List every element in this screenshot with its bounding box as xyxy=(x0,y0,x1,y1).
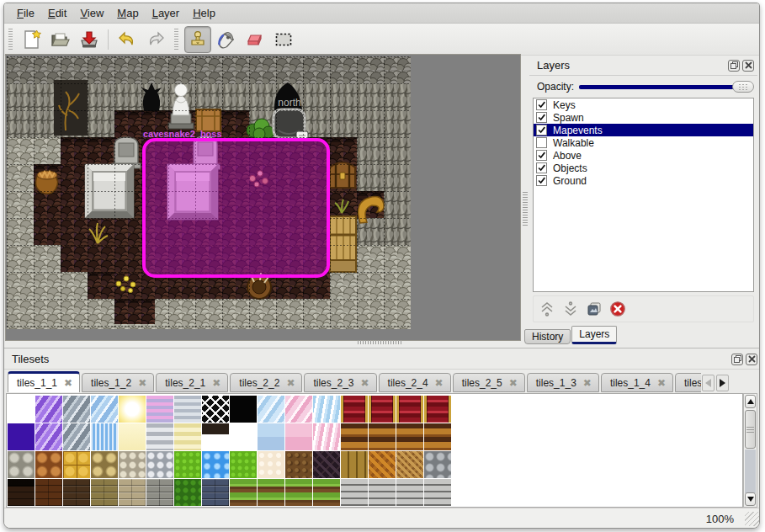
tileset-tab-tiles_2_2[interactable]: tiles_2_2✖ xyxy=(230,373,302,392)
tile-crystal-gray[interactable] xyxy=(63,396,90,423)
tile-column-red[interactable] xyxy=(396,396,423,423)
tile-crystal-purple[interactable] xyxy=(35,423,62,450)
tab-history[interactable]: History xyxy=(524,329,571,344)
tab-close-icon[interactable]: ✖ xyxy=(657,377,666,389)
tile-planks-brown[interactable] xyxy=(341,423,368,450)
layer-row-spawn[interactable]: Spawn xyxy=(534,111,753,124)
lower-layer-button[interactable] xyxy=(560,298,582,320)
tile-crystal-blue[interactable] xyxy=(91,396,118,423)
tile-column-red[interactable] xyxy=(424,396,451,423)
tile-wall-darkbrick[interactable] xyxy=(63,479,90,506)
layer-row-above[interactable]: Above xyxy=(534,149,753,162)
layer-row-keys[interactable]: Keys xyxy=(534,98,753,111)
tile-crops[interactable] xyxy=(258,479,284,506)
map-viewport[interactable]: north cavesnake2_boss xyxy=(5,54,521,341)
tile-water-shimmer[interactable] xyxy=(91,423,118,450)
tile-lattice[interactable] xyxy=(202,396,229,423)
tileset-tab-tiles_1_1[interactable]: tiles_1_1✖ xyxy=(8,371,80,393)
tile-flag-tan[interactable] xyxy=(91,451,118,478)
layer-row-ground[interactable]: Ground xyxy=(534,174,753,187)
tile-column-red[interactable] xyxy=(341,396,368,423)
tile-crops[interactable] xyxy=(230,479,257,506)
tab-close-icon[interactable]: ✖ xyxy=(64,377,72,389)
undo-button[interactable] xyxy=(114,26,141,53)
menu-edit[interactable]: Edit xyxy=(41,4,73,22)
tile-waves-blue[interactable] xyxy=(313,396,340,423)
fill-tool-button[interactable] xyxy=(213,26,240,53)
layer-row-objects[interactable]: Objects xyxy=(534,162,753,174)
tab-close-icon[interactable]: ✖ xyxy=(583,377,592,389)
tile-weave-orange[interactable] xyxy=(369,451,396,478)
tile-glass-pink2[interactable] xyxy=(285,423,312,450)
tile-grass-green[interactable] xyxy=(230,451,257,478)
menu-layer[interactable]: Layer xyxy=(146,4,187,22)
tile-yellow-stripes[interactable] xyxy=(174,423,201,450)
delete-layer-button[interactable] xyxy=(607,298,629,320)
tile-stripes-blue[interactable] xyxy=(174,396,201,423)
opacity-slider-handle[interactable] xyxy=(732,81,754,93)
tile-grass-green[interactable] xyxy=(174,451,201,478)
layer-row-mapevents[interactable]: Mapevents xyxy=(534,124,753,136)
layer-checkbox[interactable] xyxy=(536,175,547,186)
tile-herringbone[interactable] xyxy=(396,451,423,478)
duplicate-layer-button[interactable] xyxy=(583,298,605,320)
layers-close-button[interactable] xyxy=(742,60,754,72)
tab-scroll-right-button[interactable] xyxy=(716,375,729,391)
vertical-splitter[interactable] xyxy=(523,192,528,226)
tile-hedge-green[interactable] xyxy=(174,479,201,506)
menu-view[interactable]: View xyxy=(73,4,110,22)
tile-wall-slabs[interactable] xyxy=(424,479,451,506)
tile-tiles-gold[interactable] xyxy=(63,451,90,478)
tilesets-close-button[interactable] xyxy=(746,354,757,365)
tile-sand-pale[interactable] xyxy=(258,451,284,478)
layer-row-walkable[interactable]: Walkable xyxy=(534,136,753,149)
tile-glass-blue[interactable] xyxy=(258,396,284,423)
tileset-tab-tiles_2_5[interactable]: tiles_2_5✖ xyxy=(453,373,525,392)
tileset-tab-tiles_1_3[interactable]: tiles_1_3✖ xyxy=(527,373,599,392)
tile-cobble-silver[interactable] xyxy=(146,451,173,478)
tile-wall-slabs[interactable] xyxy=(369,479,396,506)
tile-wood-vert[interactable] xyxy=(341,451,368,478)
tilesets-float-button[interactable] xyxy=(731,354,743,365)
tile-wall-graybrick[interactable] xyxy=(146,479,173,506)
select-tool-button[interactable] xyxy=(270,26,297,53)
tileset-tab-tiles_1_4[interactable]: tiles_1_4✖ xyxy=(601,373,673,392)
tab-close-icon[interactable]: ✖ xyxy=(138,377,146,389)
layer-checkbox[interactable] xyxy=(536,112,547,123)
tile-wall-slabs[interactable] xyxy=(396,479,423,506)
tile-dirt-brown[interactable] xyxy=(285,451,312,478)
tile-crystal-gray[interactable] xyxy=(63,423,90,450)
scroll-up-button[interactable] xyxy=(745,395,756,408)
tile-cracked-brown[interactable] xyxy=(35,451,62,478)
toolbar-drag-handle[interactable] xyxy=(8,29,13,51)
tileset-tab-tiles_2_1[interactable]: tiles_2_1✖ xyxy=(156,373,228,392)
tile-black[interactable] xyxy=(230,396,257,423)
tab-scroll-left-button[interactable] xyxy=(702,375,715,391)
tile-waves-pink[interactable] xyxy=(313,423,340,450)
map-selection[interactable] xyxy=(144,140,328,276)
tile-silver-stripes[interactable] xyxy=(146,423,173,450)
horizontal-splitter[interactable] xyxy=(358,340,401,344)
tile-glass-blue2[interactable] xyxy=(258,423,284,450)
tile-stripes-pink[interactable] xyxy=(146,396,173,423)
save-button[interactable] xyxy=(76,26,103,53)
new-file-button[interactable] xyxy=(19,26,45,53)
tile-empty[interactable] xyxy=(230,423,257,450)
scrollbar-thumb[interactable] xyxy=(745,410,756,449)
tile-wall-beige[interactable] xyxy=(119,479,146,506)
open-file-button[interactable] xyxy=(47,26,74,53)
tile-crops[interactable] xyxy=(313,479,340,506)
tile-flagstone-gray[interactable] xyxy=(8,451,35,478)
redo-button[interactable] xyxy=(142,26,169,53)
tab-close-icon[interactable]: ✖ xyxy=(286,377,295,389)
layer-checkbox[interactable] xyxy=(536,162,547,173)
tile-wall-bluebrick[interactable] xyxy=(202,479,229,506)
tile-wall-brown[interactable] xyxy=(35,479,62,506)
tileset-scrollbar[interactable] xyxy=(743,393,757,508)
tileset-tab-tiles_2_3[interactable]: tiles_2_3✖ xyxy=(304,373,376,392)
layer-checkbox[interactable] xyxy=(536,99,547,110)
tile-planks-brown[interactable] xyxy=(396,423,423,450)
tile-roots-dark[interactable] xyxy=(313,451,340,478)
tab-close-icon[interactable]: ✖ xyxy=(360,377,369,389)
tile-crops[interactable] xyxy=(285,479,312,506)
